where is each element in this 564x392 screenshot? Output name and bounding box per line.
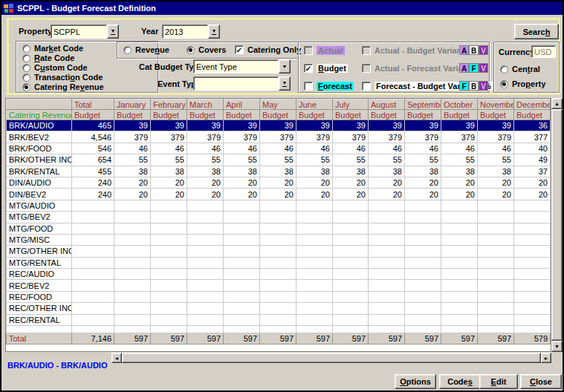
grid-cell[interactable]: 39 bbox=[369, 120, 405, 131]
grid-cell[interactable] bbox=[333, 269, 369, 280]
grid-cell[interactable] bbox=[369, 291, 405, 302]
row-label[interactable]: DIN/AUDIO bbox=[7, 177, 72, 188]
grid-cell[interactable] bbox=[260, 200, 296, 211]
grid-cell[interactable]: 546 bbox=[72, 143, 114, 154]
grid-cell[interactable] bbox=[187, 200, 224, 211]
row-label[interactable]: REC/AUDIO bbox=[7, 269, 72, 280]
grid-cell[interactable] bbox=[114, 212, 151, 223]
grid-cell[interactable] bbox=[260, 257, 296, 268]
row-label[interactable]: DIN/BEV2 bbox=[7, 189, 72, 200]
grid-cell[interactable] bbox=[441, 200, 478, 211]
grid-cell[interactable] bbox=[405, 303, 441, 314]
grid-cell[interactable] bbox=[224, 223, 260, 234]
grid-cell[interactable] bbox=[405, 212, 441, 223]
grid-cell[interactable] bbox=[333, 257, 369, 268]
grid-cell[interactable]: 20 bbox=[187, 189, 224, 200]
grid-cell[interactable]: 55 bbox=[478, 154, 514, 166]
grid-cell[interactable] bbox=[369, 269, 405, 280]
code-option-market-code[interactable]: Market Code bbox=[22, 44, 83, 53]
year-combo[interactable]: 2013 ▼ bbox=[162, 24, 220, 39]
year-dropdown-button[interactable]: ▼ bbox=[208, 24, 220, 39]
grid-cell[interactable]: 379 bbox=[405, 131, 441, 143]
grid-cell[interactable]: 55 bbox=[260, 154, 296, 166]
grid-cell[interactable] bbox=[114, 234, 151, 245]
grid-cell[interactable] bbox=[333, 200, 369, 211]
code-option-custom-code[interactable]: Custom Code bbox=[22, 63, 88, 72]
grid-cell[interactable]: 39 bbox=[296, 120, 333, 131]
grid-cell[interactable] bbox=[72, 223, 114, 234]
grid-cell[interactable] bbox=[441, 269, 478, 280]
grid-cell[interactable] bbox=[72, 257, 114, 268]
property-dropdown-button[interactable]: ▼ bbox=[107, 24, 119, 39]
grid-cell[interactable]: 39 bbox=[333, 120, 369, 131]
grid-cell[interactable]: 20 bbox=[369, 189, 405, 200]
grid-cell[interactable]: 55 bbox=[333, 154, 369, 166]
grid-cell[interactable] bbox=[441, 212, 478, 223]
grid-cell[interactable] bbox=[333, 314, 369, 325]
grid-cell[interactable] bbox=[369, 280, 405, 291]
grid-cell[interactable] bbox=[72, 280, 114, 291]
grid-cell[interactable]: 46 bbox=[296, 143, 333, 154]
grid-cell[interactable]: 46 bbox=[441, 143, 478, 154]
grid-cell[interactable]: 46 bbox=[369, 143, 405, 154]
grid-cell[interactable] bbox=[260, 291, 296, 302]
grid-cell[interactable]: 240 bbox=[72, 189, 114, 200]
grid-cell[interactable]: 46 bbox=[260, 143, 296, 154]
grid-cell[interactable] bbox=[333, 280, 369, 291]
grid-cell[interactable]: 55 bbox=[114, 154, 151, 166]
grid-cell[interactable]: 55 bbox=[296, 154, 333, 166]
grid-cell[interactable]: 20 bbox=[333, 177, 369, 188]
grid-cell[interactable]: 20 bbox=[478, 177, 514, 188]
grid-cell[interactable] bbox=[514, 291, 551, 302]
grid-cell[interactable]: 20 bbox=[260, 177, 296, 188]
covers-radio[interactable]: Covers bbox=[187, 45, 226, 54]
property-combo[interactable]: SCPPL ▼ bbox=[51, 24, 119, 39]
grid-cell[interactable] bbox=[260, 280, 296, 291]
event-type-combo[interactable]: ▼ bbox=[193, 76, 291, 91]
catering-only-checkbox[interactable]: ✓ Catering Only bbox=[235, 45, 301, 54]
grid-cell[interactable]: 20 bbox=[224, 177, 260, 188]
row-label[interactable]: MTG/RENTAL bbox=[7, 257, 72, 268]
code-option-catering-revenue[interactable]: Catering Revenue bbox=[22, 82, 104, 91]
row-label[interactable]: BRK/OTHER INCOME bbox=[7, 154, 72, 166]
row-label[interactable]: REC/BEV2 bbox=[7, 280, 72, 291]
row-label[interactable]: REC/RENTAL bbox=[7, 314, 72, 325]
grid-cell[interactable] bbox=[114, 223, 151, 234]
grid-cell[interactable]: 37 bbox=[514, 166, 551, 177]
row-label[interactable]: BRK/AUDIO bbox=[7, 120, 72, 131]
grid-cell[interactable]: 38 bbox=[296, 166, 333, 177]
grid-cell[interactable] bbox=[405, 291, 441, 302]
grid-cell[interactable] bbox=[514, 246, 551, 257]
options-button[interactable]: Options bbox=[395, 374, 436, 389]
grid-cell[interactable] bbox=[151, 280, 187, 291]
grid-cell[interactable]: 39 bbox=[224, 120, 260, 131]
event-type-value[interactable] bbox=[193, 76, 279, 91]
grid-cell[interactable] bbox=[405, 200, 441, 211]
grid-cell[interactable] bbox=[441, 246, 478, 257]
grid-cell[interactable] bbox=[151, 257, 187, 268]
grid-cell[interactable]: 4,546 bbox=[72, 131, 114, 143]
scroll-down-icon[interactable]: ▼ bbox=[551, 341, 563, 352]
grid-cell[interactable] bbox=[478, 234, 514, 245]
edit-button[interactable]: Edit bbox=[479, 374, 518, 389]
grid-cell[interactable]: 654 bbox=[72, 154, 114, 166]
grid-cell[interactable] bbox=[514, 303, 551, 314]
grid-cell[interactable]: 20 bbox=[260, 189, 296, 200]
grid-cell[interactable]: 20 bbox=[405, 177, 441, 188]
grid-cell[interactable]: 55 bbox=[151, 154, 187, 166]
grid-cell[interactable]: 55 bbox=[187, 154, 224, 166]
grid-cell[interactable] bbox=[114, 314, 151, 325]
grid-cell[interactable]: 39 bbox=[114, 120, 151, 131]
cat-budget-type-value[interactable]: Event Type bbox=[193, 59, 279, 74]
central-radio[interactable]: Central bbox=[500, 65, 540, 74]
grid-cell[interactable]: 46 bbox=[151, 143, 187, 154]
grid-cell[interactable] bbox=[333, 303, 369, 314]
grid-cell[interactable] bbox=[224, 212, 260, 223]
grid-cell[interactable]: 465 bbox=[72, 120, 114, 131]
grid-cell[interactable] bbox=[405, 280, 441, 291]
grid-cell[interactable] bbox=[151, 200, 187, 211]
grid-cell[interactable] bbox=[441, 223, 478, 234]
grid-cell[interactable] bbox=[369, 246, 405, 257]
grid-cell[interactable] bbox=[151, 223, 187, 234]
grid-cell[interactable]: 38 bbox=[333, 166, 369, 177]
